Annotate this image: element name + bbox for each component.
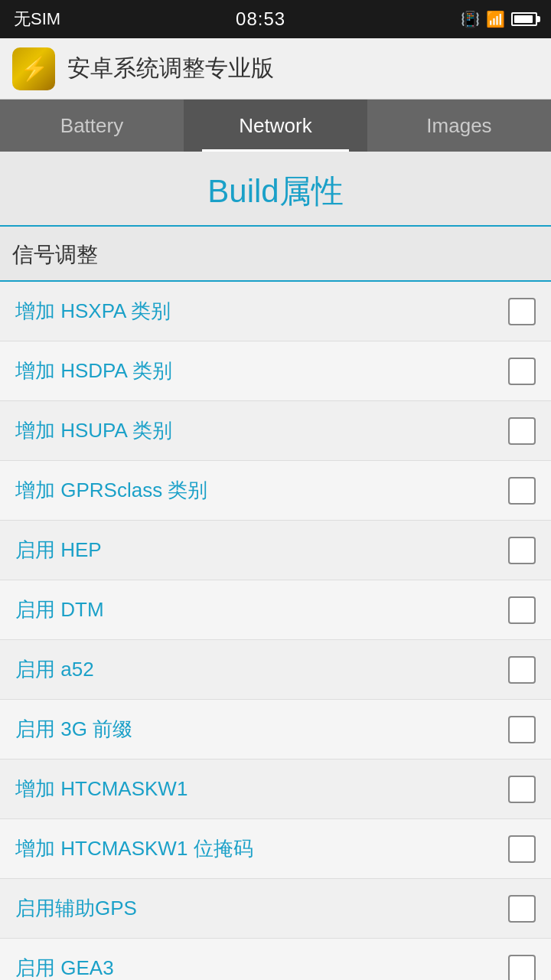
list-item-label: 增加 HSDPA 类别: [15, 358, 172, 384]
list-item-label: 启用 a52: [15, 656, 94, 683]
app-title: 安卓系统调整专业版: [67, 53, 274, 84]
battery-icon: [511, 12, 537, 26]
list-item-label: 启用 GEA3: [15, 955, 114, 980]
tab-bar: Battery Network Images: [0, 100, 551, 152]
tab-battery[interactable]: Battery: [0, 100, 184, 152]
list-item-label: 增加 GPRSclass 类别: [15, 477, 207, 504]
section-header: 信号调整: [0, 227, 551, 282]
list-item-label: 启用 3G 前缀: [15, 716, 132, 743]
list-item-checkbox[interactable]: [508, 895, 536, 923]
list-item-label: 增加 HTCMASKW1 位掩码: [15, 835, 253, 862]
vibrate-icon: 📳: [461, 10, 480, 28]
page-title-section: Build属性: [0, 152, 551, 227]
list-item[interactable]: 启用 GEA3: [0, 939, 551, 980]
content: Build属性 信号调整 增加 HSXPA 类别增加 HSDPA 类别增加 HS…: [0, 152, 551, 980]
list-item[interactable]: 启用 a52: [0, 640, 551, 700]
list-item[interactable]: 增加 HSUPA 类别: [0, 401, 551, 461]
list-item[interactable]: 启用 3G 前缀: [0, 700, 551, 760]
list-item-label: 启用 DTM: [15, 596, 104, 623]
app-icon: [12, 47, 55, 90]
tab-images-label: Images: [426, 114, 491, 138]
list-item[interactable]: 增加 HTCMASKW1: [0, 760, 551, 819]
list-item-label: 增加 HSXPA 类别: [15, 298, 171, 325]
carrier-label: 无SIM: [14, 8, 60, 31]
list-item-checkbox[interactable]: [508, 298, 536, 325]
list-item[interactable]: 增加 HSDPA 类别: [0, 341, 551, 401]
tab-images[interactable]: Images: [367, 100, 551, 152]
list-item-checkbox[interactable]: [508, 955, 536, 981]
list-item-checkbox[interactable]: [508, 537, 536, 564]
status-bar: 无SIM 08:53 📳 📶: [0, 0, 551, 38]
list-item-checkbox[interactable]: [508, 835, 536, 863]
list-item[interactable]: 增加 GPRSclass 类别: [0, 461, 551, 521]
list-item[interactable]: 启用辅助GPS: [0, 879, 551, 939]
tab-network[interactable]: Network: [184, 100, 367, 152]
tab-network-label: Network: [239, 114, 311, 138]
list-item[interactable]: 启用 HEP: [0, 521, 551, 580]
list-item-checkbox[interactable]: [508, 596, 536, 624]
list-container: 增加 HSXPA 类别增加 HSDPA 类别增加 HSUPA 类别增加 GPRS…: [0, 282, 551, 980]
list-item-checkbox[interactable]: [508, 417, 536, 445]
wifi-icon: 📶: [486, 10, 505, 28]
list-item-label: 启用辅助GPS: [15, 895, 137, 922]
page-title: Build属性: [12, 170, 539, 213]
list-item-label: 增加 HSUPA 类别: [15, 417, 172, 444]
list-item-checkbox[interactable]: [508, 716, 536, 743]
list-item[interactable]: 启用 DTM: [0, 580, 551, 640]
list-item-checkbox[interactable]: [508, 776, 536, 803]
section-header-text: 信号调整: [12, 243, 98, 266]
tab-battery-label: Battery: [60, 114, 123, 138]
list-item[interactable]: 增加 HSXPA 类别: [0, 282, 551, 341]
list-item-checkbox[interactable]: [508, 656, 536, 684]
list-item-label: 增加 HTCMASKW1: [15, 776, 187, 802]
list-item-checkbox[interactable]: [508, 358, 536, 385]
status-icons: 📳 📶: [461, 10, 537, 28]
list-item[interactable]: 增加 HTCMASKW1 位掩码: [0, 819, 551, 879]
list-item-checkbox[interactable]: [508, 477, 536, 505]
app-header: 安卓系统调整专业版: [0, 38, 551, 100]
list-item-label: 启用 HEP: [15, 537, 102, 564]
time-label: 08:53: [236, 8, 285, 30]
